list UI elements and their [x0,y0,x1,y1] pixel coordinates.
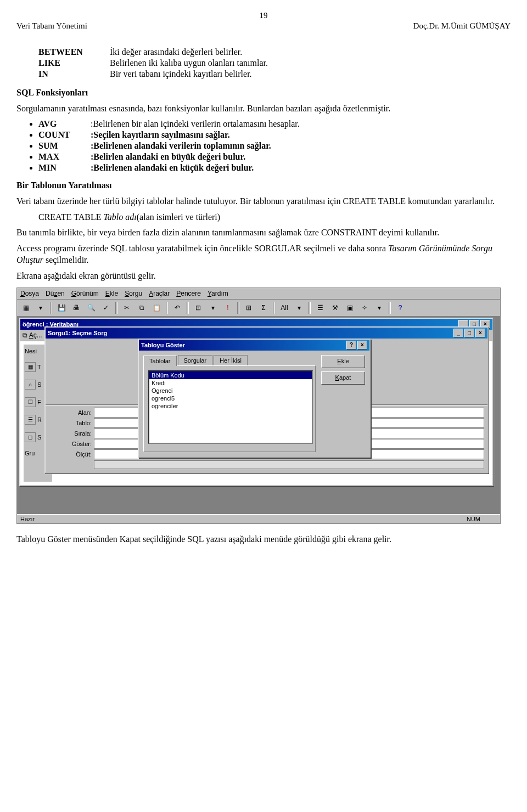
tab-tablolar[interactable]: Tablolar [143,356,177,366]
fn-max: MAX:Belirlen alandaki en büyük değeri bu… [38,152,511,162]
page-header: Veri Tabanı Yönetimi Doç.Dr. M.Ümit GÜMÜ… [16,21,511,31]
tb-cut-icon[interactable]: ✂ [120,301,133,314]
kw-between-desc: İki değer arasındaki değerleri belirler. [110,47,511,57]
form-icon: ☐ [25,397,36,407]
tb-querytype-icon[interactable]: ⊡ [192,301,205,314]
tb-view-icon[interactable]: ▦ [19,301,32,314]
menu-pencere[interactable]: Pencere [176,290,201,297]
list-item[interactable]: ogrenci5 [149,394,312,402]
tb-save-icon[interactable]: 💾 [55,301,68,314]
kw-in-desc: Bir veri tabanı içindeki kayıtları belir… [110,69,511,79]
menu-ekle[interactable]: Ekle [105,290,118,297]
tb-build-icon[interactable]: ⚒ [328,301,341,314]
para-create-table: Veri tabanı üzerinde her türlü bilgiyi t… [16,196,511,207]
tb-showtable-icon[interactable]: ⊞ [242,301,255,314]
table-icon: ▦ [25,362,36,372]
fn-min: MIN:Belirlenen alandaki en küçük değeri … [38,163,511,173]
section-sql-fn-title: SQL Fonksiyonları [16,88,511,98]
menu-dosya[interactable]: Dosya [20,290,39,297]
keyword-table: BETWEEN İki değer arasındaki değerleri b… [38,47,511,79]
toolbar-separator [309,302,311,314]
function-list: AVG:Belirlenen bir alan içindeki veriler… [38,119,511,173]
toolbar-separator [389,302,391,314]
menu-gorunum[interactable]: Görünüm [71,290,99,297]
list-item[interactable]: Bölüm Kodu [149,371,312,379]
fn-sum: SUM:Belirlenen alandaki verilerin toplam… [38,141,511,151]
minimize-button[interactable]: _ [453,329,463,337]
add-button[interactable]: Ekle [321,355,365,368]
close-button[interactable]: × [475,329,485,337]
tb-properties-icon[interactable]: ☰ [313,301,327,314]
tb-print-icon[interactable]: 🖶 [70,301,83,314]
toolbar-separator [237,302,239,314]
menu-duzen[interactable]: Düzen [46,290,65,297]
tb-preview-icon[interactable]: 🔍 [85,301,98,314]
tb-dbwin-icon[interactable]: ▣ [343,301,356,314]
page-number: 19 [16,11,511,20]
para-sql-fn-intro: Sorgulamanın yaratılması esnasında, bazı… [16,103,511,115]
header-left: Veri Tabanı Yönetimi [16,21,87,31]
tb-paste-icon[interactable]: 📋 [150,301,163,314]
tb-dropdown-icon[interactable]: ▾ [293,301,306,314]
tb-help-icon[interactable]: ? [394,301,407,314]
tb-dropdown-icon[interactable]: ▾ [34,301,47,314]
grid-label-alan: Alan: [49,409,94,416]
para-constraint: Bu tanımla birlikte, bir veya birden faz… [16,227,511,239]
fn-avg: AVG:Belirlenen bir alan içindeki veriler… [38,119,511,129]
tab-pane: Bölüm Kodu Kredi Ogrenci ogrenci5 ogrenc… [143,365,316,452]
kw-between: BETWEEN [38,47,110,57]
kw-like-desc: Belirlenen iki kalıba uygun olanları tan… [110,58,511,68]
grid-label-olcut: Ölçüt: [49,451,94,458]
tb-dropdown-icon[interactable]: ▾ [206,301,220,314]
mdi-client-area: öğrenci : Veritabanı _ □ × ⧉ Aç... Nesi … [17,317,500,514]
header-right: Doç.Dr. M.Ümit GÜMÜŞAY [413,21,511,31]
tb-run-icon[interactable]: ! [221,301,234,314]
menubar: Dosya Düzen Görünüm Ekle Sorgu Araçlar P… [17,288,500,300]
report-icon: ☰ [25,415,36,425]
maximize-button[interactable]: □ [464,329,474,337]
query-icon: ⌕ [25,380,36,390]
dialog-title: Tabloyu Göster [141,342,185,348]
grid-label-goster: Göster: [49,441,94,447]
help-button[interactable]: ? [346,341,356,349]
db-open-button[interactable]: ⧉ Aç... [23,331,42,339]
menu-araclar[interactable]: Araçlar [149,290,170,297]
query-titlebar: Sorgu1: Seçme Sorg _ □ × [46,328,487,339]
tb-copy-icon[interactable]: ⧉ [135,301,148,314]
toolbar-separator [50,302,52,314]
menu-yardim[interactable]: Yardım [208,290,228,297]
access-app-window: Dosya Düzen Görünüm Ekle Sorgu Araçlar P… [16,287,501,524]
dialog-tabs: Tablolar Sorgular Her İkisi [143,355,316,365]
grid-label-tablo: Tablo: [49,420,94,426]
tab-sorgular[interactable]: Sorgular [178,355,213,365]
tb-dropdown-icon[interactable]: ▾ [373,301,386,314]
toolbar-separator [115,302,117,314]
statusbar: Hazır NUM [17,514,500,523]
code-create-table: CREATE TABLE Tablo adı(alan isimleri ve … [38,212,511,223]
tb-spell-icon[interactable]: ✓ [99,301,113,314]
tb-undo-icon[interactable]: ↶ [171,301,184,314]
kw-in: IN [38,69,110,79]
tb-newobj-icon[interactable]: ✧ [358,301,371,314]
table-listbox[interactable]: Bölüm Kodu Kredi Ogrenci ogrenci5 ogrenc… [148,370,313,444]
close-button[interactable]: × [357,341,367,349]
status-text: Hazır [20,516,35,522]
list-item[interactable]: ogrenciler [149,402,312,410]
list-item[interactable]: Kredi [149,379,312,387]
kw-like: LIKE [38,58,110,68]
grid-label-sirala: Sırala: [49,430,94,437]
toolbar-separator [166,302,168,314]
status-num: NUM [467,516,480,522]
tb-all-icon[interactable]: All [278,301,291,314]
menu-sorgu[interactable]: Sorgu [125,290,142,297]
horizontal-scrollbar[interactable] [94,460,484,469]
list-item[interactable]: Ogrenci [149,387,312,394]
query-title: Sorgu1: Seçme Sorg [48,330,107,336]
fn-count: COUNT:Seçilen kayıtların sayılmasını sağ… [38,130,511,140]
tab-herikisi[interactable]: Her İkisi [214,355,248,365]
close-dialog-button[interactable]: Kapat [321,371,365,385]
dialog-titlebar: Tabloyu Göster ? × [139,340,369,351]
tb-totals-icon[interactable]: Σ [257,301,270,314]
toolbar-separator [273,302,275,314]
toolbar-separator [187,302,189,314]
